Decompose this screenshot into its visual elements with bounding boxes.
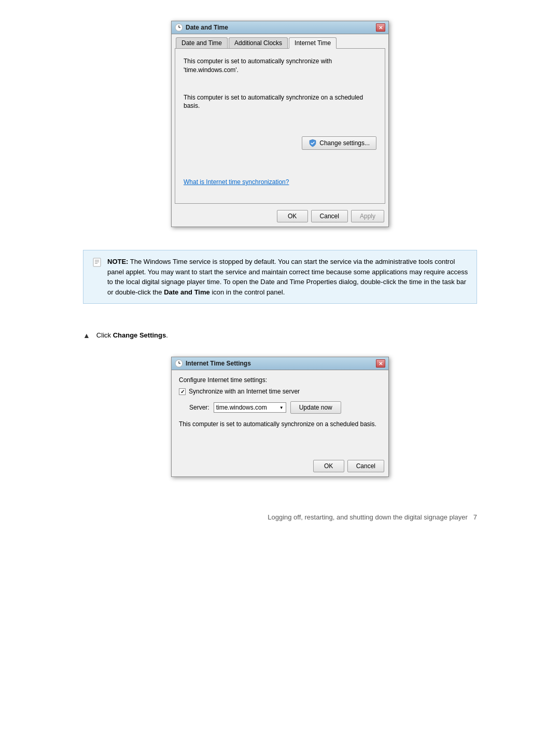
internet-time-settings-dialog: Internet Time Settings ✕ Configure Inter… [171,357,389,477]
note-box: NOTE: The Windows Time service is stoppe… [83,250,477,304]
shield-icon [309,139,317,147]
ok-button[interactable]: OK [277,210,308,222]
change-settings-button[interactable]: Change settings... [302,136,376,150]
internet-time-sync-link[interactable]: What is Internet time synchronization? [184,178,289,186]
apply-button[interactable]: Apply [351,210,384,222]
server-label: Server: [189,404,209,411]
server-dropdown[interactable]: time.windows.com ▼ [214,402,286,413]
step-text: Click Change Settings. [96,331,168,340]
tab-additional-clocks[interactable]: Additional Clocks [229,37,288,48]
sync-description-line1: This computer is set to automatically sy… [184,57,376,75]
date-and-time-content: This computer is set to automatically sy… [175,48,385,204]
update-now-button[interactable]: Update now [290,401,341,414]
instruction-step: ▲ Click Change Settings. [83,331,477,340]
page-footer: Logging off, restarting, and shutting do… [83,508,477,521]
date-and-time-close-button[interactable]: ✕ [376,23,385,32]
date-and-time-title: Date and Time [186,24,228,31]
svg-rect-3 [93,258,101,266]
change-settings-label: Change settings... [319,139,370,147]
configure-label: Configure Internet time settings: [179,376,381,384]
dropdown-arrow-icon: ▼ [279,405,284,410]
its-titlebar: Internet Time Settings ✕ [172,357,388,370]
clock-icon [175,23,183,32]
cancel-button[interactable]: Cancel [311,210,348,222]
scheduled-sync-text: This computer is set to automatically sy… [184,93,376,111]
its-cancel-button[interactable]: Cancel [347,460,384,472]
triangle-icon: ▲ [83,331,90,340]
date-and-time-titlebar: Date and Time ✕ [172,21,388,34]
note-text: NOTE: The Windows Time service is stoppe… [107,257,468,297]
note-icon-wrap [92,257,102,297]
server-row: Server: time.windows.com ▼ Update now [189,401,381,414]
note-icon [92,257,102,268]
sync-checkbox[interactable]: ✓ [179,388,186,395]
date-and-time-dialog: Date and Time ✕ Date and Time Additional… [171,21,389,227]
its-title: Internet Time Settings [186,360,251,367]
sync-checkbox-row: ✓ Synchronize with an Internet time serv… [179,388,381,395]
tab-internet-time[interactable]: Internet Time [289,37,337,49]
its-content-area: Configure Internet time settings: ✓ Sync… [172,370,388,457]
its-ok-button[interactable]: OK [313,460,344,472]
its-scheduled-text: This computer is set to automatically sy… [179,420,381,429]
clock-icon-2 [175,359,183,368]
page-number: 7 [473,513,477,521]
tab-date-and-time[interactable]: Date and Time [176,37,228,48]
sync-checkbox-label: Synchronize with an Internet time server [189,388,300,395]
its-close-button[interactable]: ✕ [376,359,385,368]
footer-text: Logging off, restarting, and shutting do… [268,513,468,521]
